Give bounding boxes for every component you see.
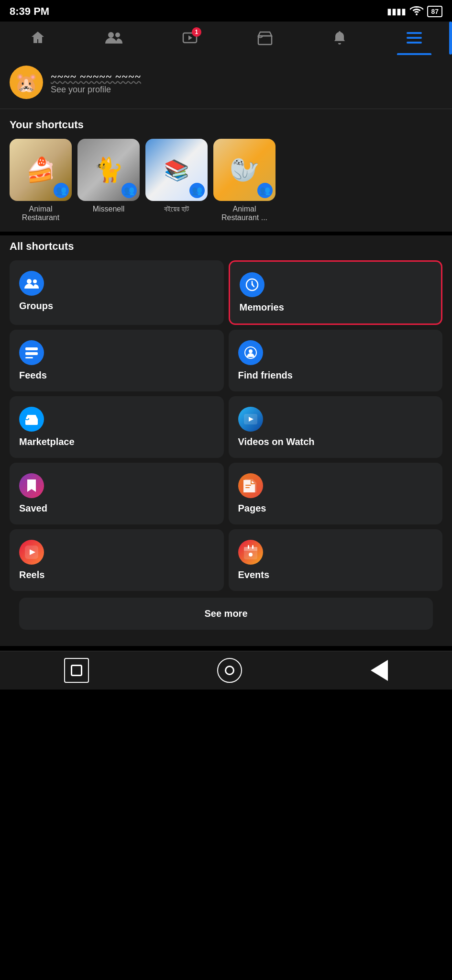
pages-icon xyxy=(238,473,263,498)
shortcut-card-saved[interactable]: Saved xyxy=(10,463,224,524)
profile-section[interactable]: 🐹 ~~~~ ~~~~~ ~~~~ See your profile xyxy=(0,56,452,109)
bottom-bar xyxy=(0,651,452,690)
profile-info: ~~~~ ~~~~~ ~~~~ See your profile xyxy=(51,70,141,95)
android-back-button[interactable] xyxy=(371,660,388,681)
svg-rect-23 xyxy=(248,545,249,549)
saved-icon xyxy=(19,473,44,498)
back-triangle-icon xyxy=(371,660,388,681)
svg-rect-17 xyxy=(245,485,251,486)
nav-watch[interactable]: 1 xyxy=(173,26,207,53)
svg-rect-6 xyxy=(407,42,422,44)
shortcut-item-missenell[interactable]: 🐈 👥 Missenell xyxy=(77,139,140,222)
status-icons: ▮▮▮▮ 87 xyxy=(387,5,442,18)
all-shortcuts-section: All shortcuts Groups Memorie xyxy=(0,235,452,646)
home-icon xyxy=(30,30,45,49)
see-profile-text: See your profile xyxy=(51,85,141,95)
menu-icon xyxy=(407,31,422,48)
shortcut-label-1: Animal Restaurant xyxy=(10,205,72,222)
shortcuts-grid: Groups Memories Feeds xyxy=(10,260,442,591)
android-home-button[interactable] xyxy=(217,658,242,683)
shortcut-label-2: Missenell xyxy=(93,205,125,213)
svg-rect-10 xyxy=(25,347,38,350)
svg-point-7 xyxy=(27,279,32,284)
memories-label: Memories xyxy=(240,302,432,313)
status-bar: 8:39 PM ▮▮▮▮ 87 xyxy=(0,0,452,22)
shortcut-card-groups[interactable]: Groups xyxy=(10,260,224,325)
nav-friends[interactable] xyxy=(96,26,132,53)
shortcut-card-reels[interactable]: Reels xyxy=(10,529,224,591)
reels-label: Reels xyxy=(19,569,214,580)
nav-scroll-indicator xyxy=(449,22,452,55)
your-shortcuts-section: Your shortcuts 🍰 👥 Animal Restaurant 🐈 👥… xyxy=(0,109,452,235)
nav-bar: 1 xyxy=(0,22,452,56)
avatar: 🐹 xyxy=(10,66,43,99)
all-shortcuts-title: All shortcuts xyxy=(10,240,442,253)
shortcut-card-find-friends[interactable]: Find friends xyxy=(229,330,443,391)
shortcut-image-2: 🐈 👥 xyxy=(77,139,140,201)
shortcut-card-feeds[interactable]: Feeds xyxy=(10,330,224,391)
avatar-image: 🐹 xyxy=(14,71,38,94)
find-friends-icon xyxy=(238,340,263,365)
shortcut-badge-3: 👥 xyxy=(189,183,205,198)
shortcut-label-4: Animal Restaurant ... xyxy=(213,205,276,222)
battery-indicator: 87 xyxy=(427,6,442,17)
svg-rect-18 xyxy=(245,487,250,488)
marketplace-nav-icon xyxy=(257,30,273,49)
wifi-icon xyxy=(410,5,423,18)
friends-icon xyxy=(105,30,122,49)
status-time: 8:39 PM xyxy=(10,5,49,18)
events-label: Events xyxy=(238,569,433,580)
svg-point-8 xyxy=(33,279,37,283)
svg-rect-5 xyxy=(407,37,422,39)
see-more-button[interactable]: See more xyxy=(19,598,433,630)
square-icon xyxy=(71,665,82,676)
svg-rect-15 xyxy=(25,418,38,425)
shortcut-badge-2: 👥 xyxy=(121,183,137,198)
svg-point-14 xyxy=(249,349,253,353)
shortcut-image-4: 🦭 👥 xyxy=(213,139,276,201)
watch-badge: 1 xyxy=(192,27,201,37)
svg-point-22 xyxy=(249,553,253,557)
pages-label: Pages xyxy=(238,503,433,514)
shortcuts-title: Your shortcuts xyxy=(10,119,442,131)
shortcut-card-memories[interactable]: Memories xyxy=(229,260,443,325)
marketplace-card-label: Marketplace xyxy=(19,436,214,447)
svg-rect-3 xyxy=(258,36,272,45)
nav-menu[interactable] xyxy=(397,27,431,52)
feeds-icon xyxy=(19,340,44,365)
android-square-button[interactable] xyxy=(64,658,89,683)
find-friends-label: Find friends xyxy=(238,370,433,381)
videos-on-watch-label: Videos on Watch xyxy=(238,436,433,447)
nav-notifications[interactable] xyxy=(323,26,356,53)
memories-icon xyxy=(240,272,265,297)
svg-rect-24 xyxy=(252,545,254,549)
shortcut-item-animal-restaurant-2[interactable]: 🦭 👥 Animal Restaurant ... xyxy=(213,139,276,222)
groups-icon xyxy=(19,271,44,296)
events-icon xyxy=(238,540,263,565)
svg-rect-12 xyxy=(25,357,33,358)
marketplace-card-icon xyxy=(19,407,44,432)
shortcut-image-1: 🍰 👥 xyxy=(10,139,72,201)
shortcut-card-events[interactable]: Events xyxy=(229,529,443,591)
saved-label: Saved xyxy=(19,503,214,514)
shortcut-badge-4: 👥 xyxy=(257,183,273,198)
shortcut-badge-1: 👥 xyxy=(54,183,69,198)
shortcut-card-videos-on-watch[interactable]: Videos on Watch xyxy=(229,396,443,458)
shortcut-item-animal-restaurant-1[interactable]: 🍰 👥 Animal Restaurant xyxy=(10,139,72,222)
videos-on-watch-icon xyxy=(238,407,263,432)
svg-point-1 xyxy=(115,33,120,37)
svg-point-0 xyxy=(108,32,114,38)
feeds-label: Feeds xyxy=(19,370,214,381)
shortcut-card-marketplace[interactable]: Marketplace xyxy=(10,396,224,458)
shortcut-item-boier-hat[interactable]: 📚 👥 বইয়ের হাট xyxy=(145,139,208,222)
notifications-icon xyxy=(332,30,347,49)
shortcuts-scroll-container[interactable]: 🍰 👥 Animal Restaurant 🐈 👥 Missenell 📚 👥 … xyxy=(10,139,442,227)
circle-icon xyxy=(225,666,234,675)
shortcut-card-pages[interactable]: Pages xyxy=(229,463,443,524)
reels-icon xyxy=(19,540,44,565)
nav-home[interactable] xyxy=(21,26,55,53)
shortcut-image-3: 📚 👥 xyxy=(145,139,208,201)
nav-marketplace[interactable] xyxy=(248,26,282,53)
svg-rect-21 xyxy=(244,547,257,551)
svg-rect-11 xyxy=(25,352,38,355)
